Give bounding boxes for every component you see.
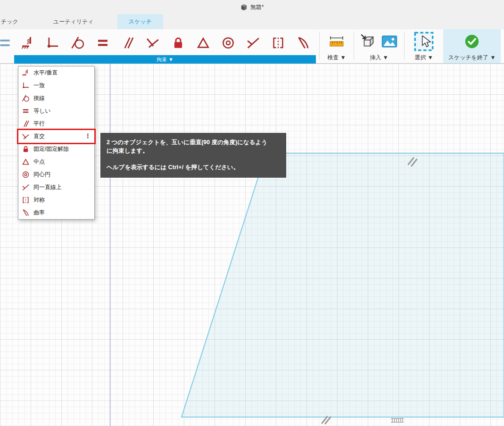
perpendicular-tooltip: 2 つのオブジェクトを、互いに垂直(90 度の角度)になるよう に拘束します。 … — [100, 133, 286, 178]
menu-item-curvature[interactable]: 曲率 — [18, 206, 94, 219]
midpoint-icon — [22, 158, 30, 166]
toolbar-separator — [319, 32, 320, 60]
insert-derive-icon[interactable] — [360, 33, 377, 50]
green-check-icon — [464, 33, 480, 49]
menu-item-collinear[interactable]: 同一直線上 — [18, 181, 94, 194]
inspect-label[interactable]: 検査 ▼ — [327, 54, 346, 62]
perpendicular-icon — [146, 36, 160, 50]
constraints-dropdown-bar[interactable]: 拘束 ▼ — [14, 55, 316, 64]
toolbar-separator — [354, 32, 354, 60]
concentric-icon — [22, 171, 30, 179]
menu-item-tangent[interactable]: 接線 — [18, 92, 94, 105]
menu-item-lock[interactable]: 固定/固定解除 — [18, 143, 94, 156]
document-cube-icon — [240, 4, 248, 11]
midpoint-icon — [196, 36, 210, 50]
tooltip-spacer — [107, 155, 280, 163]
toolbar-separator — [404, 32, 405, 60]
symmetry-icon — [22, 196, 30, 204]
menu-item-midpoint[interactable]: 中点 — [18, 156, 94, 168]
document-title: 無題* — [250, 3, 264, 11]
horizontal-vertical-icon — [22, 69, 30, 77]
select-group[interactable]: 選択 ▼ — [406, 29, 442, 63]
tooltip-body-line1: 2 つのオブジェクトを、互いに垂直(90 度の角度)になるよう — [107, 138, 280, 147]
fixed-glyph-bottom[interactable] — [391, 418, 404, 422]
coincident-icon — [22, 82, 30, 90]
menu-item-horizontal-vertical[interactable]: 水平/垂直 — [18, 66, 94, 79]
parallel-icon — [121, 36, 135, 50]
constraint-symmetry-button[interactable] — [267, 32, 289, 54]
constraint-parallel-button[interactable] — [117, 32, 139, 54]
symmetry-icon — [271, 36, 285, 50]
collinear-icon — [246, 36, 260, 50]
insert-group[interactable]: 挿入 ▼ — [355, 29, 403, 63]
canvas-image-icon[interactable] — [381, 33, 398, 50]
menu-item-perpendicular[interactable]: 直交 ⋮ — [18, 130, 94, 143]
collinear-icon — [22, 183, 30, 191]
sketch-profile[interactable] — [182, 153, 504, 417]
constraint-perpendicular-button[interactable] — [142, 32, 164, 54]
concentric-icon — [221, 36, 235, 50]
tooltip-body-line2: に拘束します。 — [107, 147, 280, 155]
tab-utilities[interactable]: ユーティリティ — [42, 14, 105, 29]
constraint-tangent-button[interactable] — [67, 32, 89, 54]
insert-label[interactable]: 挿入 ▼ — [370, 54, 388, 62]
constraint-horizontal-vertical-button[interactable] — [17, 32, 39, 54]
inspect-group[interactable]: 検査 ▼ — [321, 29, 352, 63]
perpendicular-icon — [22, 132, 30, 140]
curvature-icon — [296, 36, 310, 50]
constraint-midpoint-button[interactable] — [192, 32, 214, 54]
constraint-collinear-button[interactable] — [242, 32, 264, 54]
parallel-icon — [22, 120, 30, 128]
menu-item-symmetry[interactable]: 対称 — [18, 194, 94, 206]
lock-icon — [22, 145, 30, 153]
constraints-menu: 水平/垂直 一致 接線 等しい 平行 直交 ⋮ 固定/固定解除 中点 同心円 同… — [18, 66, 95, 220]
constraint-curvature-button[interactable] — [292, 32, 314, 54]
tab-bar: チック ユーティリティ スケッチ — [0, 14, 504, 29]
parallel-glyph-bottom[interactable] — [322, 417, 330, 424]
constraints-toolbar — [15, 31, 316, 55]
toolbar: 拘束 ▼ 検査 ▼ 挿入 ▼ 選択 ▼ スケッチを終了 ▼ — [0, 29, 504, 64]
menu-item-concentric[interactable]: 同心円 — [18, 168, 94, 181]
select-cursor-icon — [413, 31, 434, 52]
tangent-icon — [71, 36, 85, 50]
tangent-icon — [22, 94, 30, 102]
equal-icon — [96, 36, 110, 50]
menu-item-coincident[interactable]: 一致 — [18, 79, 94, 92]
constraint-equal-button[interactable] — [92, 32, 114, 54]
coincident-icon — [46, 36, 60, 50]
select-label[interactable]: 選択 ▼ — [414, 54, 433, 62]
finish-sketch-label[interactable]: スケッチを終了 ▼ — [448, 54, 496, 62]
constraint-lock-button[interactable] — [167, 32, 189, 54]
tab-partial[interactable]: チック — [0, 14, 23, 29]
curvature-icon — [22, 209, 30, 217]
tooltip-help-line: ヘルプを表示するには Ctrl+/ を押してください。 — [107, 163, 280, 172]
equal-icon — [22, 107, 30, 115]
measure-icon — [329, 33, 345, 49]
finish-sketch-group[interactable]: スケッチを終了 ▼ — [443, 29, 501, 63]
palette-stub-icon[interactable] — [0, 37, 10, 49]
constraint-coincident-button[interactable] — [42, 32, 64, 54]
item-overflow-dots[interactable]: ⋮ — [85, 132, 91, 140]
menu-item-equal[interactable]: 等しい — [18, 105, 94, 117]
titlebar: 無題* — [0, 0, 504, 14]
tab-sketch[interactable]: スケッチ — [117, 14, 163, 29]
menu-item-parallel[interactable]: 平行 — [18, 117, 94, 130]
lock-icon — [171, 36, 185, 50]
horizontal-vertical-icon — [21, 36, 35, 50]
constraint-concentric-button[interactable] — [217, 32, 239, 54]
